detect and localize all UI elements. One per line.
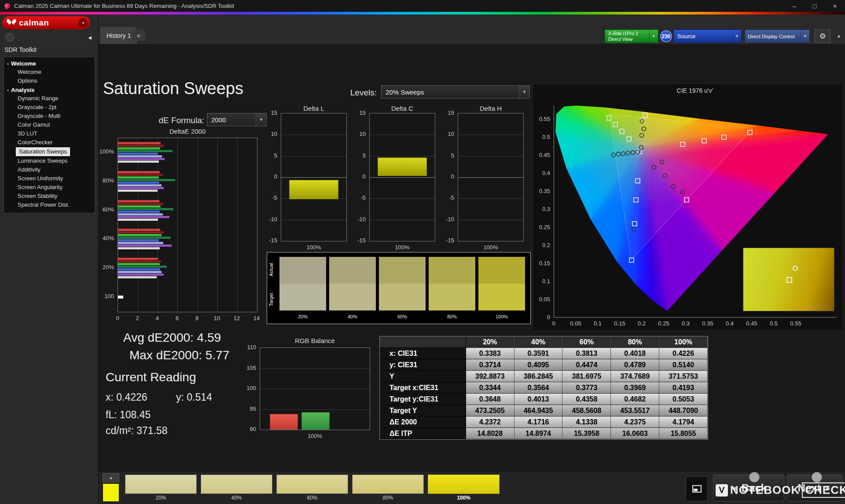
sidebar-item-screen-angularity[interactable]: Screen Angularity bbox=[4, 183, 95, 192]
gridline bbox=[281, 156, 346, 157]
table-column-header: 80% bbox=[611, 336, 659, 348]
table-column-header: 40% bbox=[514, 336, 563, 348]
gridline bbox=[370, 198, 435, 199]
source-dropdown[interactable]: Source ▼ bbox=[673, 29, 742, 43]
de-formula-dropdown[interactable]: 2000 ▼ bbox=[207, 113, 267, 126]
level-button-20[interactable]: 20% bbox=[125, 475, 197, 501]
sidebar-item-welcome[interactable]: Welcome bbox=[4, 68, 95, 77]
logo-menu-button[interactable]: ▼ bbox=[78, 18, 88, 28]
table-cell: 16.0603 bbox=[611, 428, 659, 439]
sidebar-collapse-button[interactable]: ◀ bbox=[86, 33, 94, 41]
bar bbox=[118, 205, 161, 208]
tree-group-label[interactable]: ▴Welcome bbox=[4, 59, 95, 68]
calman-window: Calman 2025 Calman Ultimate for Business… bbox=[0, 0, 845, 504]
sidebar-item-grayscale-multi[interactable]: Grayscale - Multi bbox=[4, 112, 95, 121]
meter-mode: Direct View bbox=[608, 37, 649, 42]
bar bbox=[118, 155, 162, 157]
swatch-column: 100% bbox=[478, 257, 525, 319]
current-patch-swatch bbox=[103, 483, 119, 502]
level-button-100[interactable]: 100% bbox=[428, 475, 500, 501]
tab-history-1[interactable]: History 1 bbox=[100, 27, 137, 44]
target-swatch bbox=[429, 284, 475, 310]
gridline bbox=[370, 135, 435, 135]
delta-h-title: Delta H bbox=[458, 105, 524, 112]
target-swatch bbox=[279, 284, 326, 310]
table-row-label: ΔE ITP bbox=[380, 428, 466, 439]
reading-count-badge: 230 bbox=[660, 30, 672, 42]
sidebar-item-grayscale-2pt[interactable]: Grayscale - 2pt bbox=[4, 103, 95, 112]
level-button-80[interactable]: 80% bbox=[352, 475, 424, 501]
bar bbox=[118, 258, 158, 260]
table-cell: 374.7689 bbox=[611, 371, 659, 382]
axis-tick-label: 110 bbox=[247, 344, 256, 351]
axis-tick-label: 0.35 bbox=[539, 188, 550, 194]
add-tab-button[interactable]: + bbox=[132, 29, 145, 41]
table-cell: 0.4682 bbox=[611, 394, 659, 405]
deltae-ylabels: 100%80%60%40%20%100 bbox=[99, 138, 116, 312]
sidebar-item-luminance-sweeps[interactable]: Luminance Sweeps bbox=[4, 157, 95, 165]
sidebar-item-screen-stability[interactable]: Screen Stability bbox=[4, 192, 95, 201]
bar bbox=[118, 271, 162, 273]
table-cell: 0.4013 bbox=[514, 394, 563, 405]
swatch-strip: 20%40%60%80%100% bbox=[267, 252, 530, 324]
delta-h-plot bbox=[458, 113, 524, 241]
collapse-topbar-button[interactable]: ▲ bbox=[834, 31, 843, 40]
sidebar-item-options[interactable]: Options bbox=[4, 77, 95, 85]
sidebar-item-dynamic-range[interactable]: Dynamic Range bbox=[4, 94, 95, 103]
calman-logo-button[interactable]: calman ▼ bbox=[2, 16, 90, 29]
table-row-label: Target y:CIE31 bbox=[380, 394, 466, 405]
table-cell: 0.3714 bbox=[466, 359, 514, 371]
maximize-button[interactable]: □ bbox=[805, 0, 825, 12]
level-button-40[interactable]: 40% bbox=[201, 475, 272, 501]
levels-dropdown[interactable]: 20% Sweeps ▼ bbox=[381, 85, 530, 99]
table-cell: 4.1338 bbox=[562, 416, 611, 428]
level-swatch bbox=[276, 475, 348, 494]
delta-c-ylabels: 151050-5-10-15 bbox=[353, 113, 367, 245]
cie-zoom-inset bbox=[743, 248, 834, 311]
sidebar-item-spectral-power-dist[interactable]: Spectral Power Dist. bbox=[4, 201, 95, 209]
table-cell: 0.4226 bbox=[659, 348, 708, 359]
axis-tick-label: -10 bbox=[269, 216, 277, 223]
display-control-dropdown[interactable]: Direct Display Control ▼ bbox=[745, 29, 810, 43]
swatch-label: 60% bbox=[379, 310, 426, 319]
bar bbox=[118, 158, 165, 160]
gridline bbox=[458, 135, 523, 135]
axis-tick-label: 15 bbox=[360, 110, 366, 116]
minimize-button[interactable]: – bbox=[784, 0, 805, 12]
table-cell: 0.4095 bbox=[514, 359, 563, 371]
table-cell: 464.9435 bbox=[514, 405, 563, 416]
table-row: Target Y473.2505464.9435458.5608453.5517… bbox=[380, 405, 708, 416]
tree-group-label[interactable]: ▴Analysis bbox=[4, 85, 95, 94]
actual-swatch bbox=[429, 257, 475, 284]
gridline bbox=[260, 369, 370, 369]
level-button-60[interactable]: 60% bbox=[276, 475, 348, 501]
sidebar-item-color-gamut[interactable]: Color Gamut bbox=[4, 121, 95, 129]
gridline bbox=[370, 156, 435, 157]
sidebar-item-screen-uniformity[interactable]: Screen Uniformity bbox=[4, 174, 95, 183]
meter-label: X-Rite i1Pro 2 Direct View bbox=[605, 31, 649, 42]
info-button[interactable] bbox=[5, 33, 14, 42]
titlebar: Calman 2025 Calman Ultimate for Business… bbox=[0, 0, 845, 12]
sidebar-item-saturation-sweeps[interactable]: Saturation Sweeps bbox=[16, 147, 70, 156]
axis-tick-label: 0.25 bbox=[539, 224, 550, 230]
tray-collapse-button[interactable]: ▲ bbox=[103, 473, 119, 482]
sidebar-item-colorchecker[interactable]: ColorChecker bbox=[4, 138, 95, 147]
table-cell: 0.3591 bbox=[514, 348, 563, 359]
delta-c-title: Delta C bbox=[369, 105, 435, 112]
close-button[interactable]: × bbox=[825, 0, 845, 12]
axis-tick-label: 0.35 bbox=[701, 320, 714, 327]
de-formula-value: 2000 bbox=[207, 116, 256, 124]
table-cell: 473.2505 bbox=[466, 405, 514, 416]
sidebar-item-3d-lut[interactable]: 3D LUT bbox=[4, 129, 95, 138]
sidebar-item-additivity[interactable]: Additivity bbox=[4, 165, 95, 174]
meter-dropdown[interactable]: X-Rite i1Pro 2 Direct View ▼ bbox=[605, 29, 658, 43]
axis-tick-label: -5 bbox=[449, 194, 454, 201]
axis-tick-label: 95 bbox=[250, 405, 256, 412]
de-formula-label: dE Formula: bbox=[152, 116, 204, 125]
axis-tick-label: 5 bbox=[274, 152, 277, 159]
table-row-label: x: CIE31 bbox=[380, 348, 466, 359]
settings-button[interactable]: ⚙ bbox=[815, 29, 830, 43]
layout-button[interactable] bbox=[686, 476, 708, 501]
notebookcheck-watermark: V NOTEBOOK CHECK bbox=[716, 482, 845, 498]
table-cell: 386.2845 bbox=[514, 371, 563, 382]
